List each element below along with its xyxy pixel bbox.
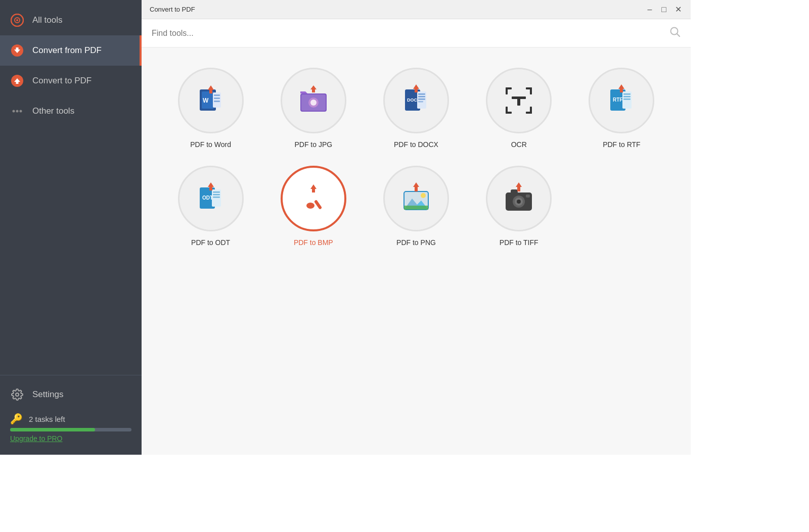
- svg-point-72: [517, 200, 521, 204]
- tool-pdf-to-bmp[interactable]: PDF to BMP: [264, 161, 362, 254]
- sidebar-item-other-tools-label: Other tools: [32, 106, 74, 116]
- svg-text:ODT: ODT: [202, 195, 213, 201]
- tasks-info: 🔑 2 tasks left Upgrade to PRO: [10, 413, 131, 443]
- settings-item[interactable]: Settings: [10, 383, 131, 406]
- titlebar-controls: – □ ✕: [645, 5, 683, 14]
- main-content: Convert to PDF – □ ✕ W: [142, 0, 691, 455]
- svg-marker-68: [413, 182, 419, 191]
- tool-pdf-to-odt-circle: ODT: [178, 166, 244, 231]
- tool-pdf-to-word-circle: W: [178, 68, 244, 133]
- svg-rect-66: [404, 206, 428, 210]
- close-button[interactable]: ✕: [673, 5, 683, 14]
- upgrade-link[interactable]: Upgrade to PRO: [10, 434, 63, 443]
- search-input[interactable]: [152, 29, 664, 38]
- svg-point-9: [20, 110, 22, 113]
- svg-point-67: [421, 193, 426, 198]
- svg-rect-18: [214, 98, 220, 99]
- svg-point-2: [16, 19, 18, 21]
- minimize-button[interactable]: –: [645, 5, 654, 14]
- tool-pdf-to-odt-label: PDF to ODT: [191, 238, 230, 247]
- progress-bar-fill: [10, 428, 95, 431]
- sidebar-item-convert-to-pdf[interactable]: Convert to PDF: [0, 66, 142, 96]
- search-icon: [669, 26, 681, 40]
- sidebar-nav: All tools Convert from PDF Convert to PD…: [0, 0, 142, 375]
- tool-pdf-to-bmp-label: PDF to BMP: [294, 238, 333, 247]
- svg-text:W: W: [203, 97, 209, 104]
- svg-rect-31: [418, 96, 425, 98]
- svg-rect-74: [526, 195, 530, 198]
- tool-pdf-to-jpg-circle: [281, 68, 346, 133]
- sidebar: All tools Convert from PDF Convert to PD…: [0, 0, 142, 455]
- svg-rect-30: [418, 93, 425, 95]
- svg-line-12: [677, 34, 680, 36]
- svg-marker-61: [310, 184, 317, 192]
- tool-ocr[interactable]: OCR: [470, 63, 568, 156]
- tool-pdf-to-jpg-label: PDF to JPG: [294, 140, 332, 149]
- tool-pdf-to-odt[interactable]: ODT PDF to ODT: [162, 161, 259, 254]
- settings-icon: [10, 388, 24, 402]
- svg-rect-57: [213, 197, 220, 198]
- convert-to-pdf-icon: [10, 74, 24, 88]
- svg-rect-44: [517, 96, 520, 106]
- other-tools-icon: [10, 104, 24, 118]
- tool-pdf-to-bmp-circle: [281, 166, 346, 231]
- svg-rect-50: [623, 99, 631, 100]
- svg-rect-19: [214, 101, 220, 102]
- svg-text:RTF: RTF: [613, 97, 622, 103]
- settings-label: Settings: [32, 390, 63, 400]
- tool-ocr-circle: [486, 68, 552, 133]
- tools-grid: W PDF to Word: [142, 47, 691, 455]
- tool-pdf-to-rtf-label: PDF to RTF: [603, 140, 640, 149]
- svg-rect-55: [213, 191, 220, 193]
- window-title: Convert to PDF: [150, 6, 195, 13]
- tool-pdf-to-jpg[interactable]: PDF to JPG: [264, 63, 362, 156]
- all-tools-icon: [10, 13, 24, 27]
- svg-rect-38: [530, 87, 532, 94]
- sidebar-item-convert-from-pdf[interactable]: Convert from PDF: [0, 35, 142, 66]
- convert-from-pdf-icon: [10, 43, 24, 58]
- tool-pdf-to-png-label: PDF to PNG: [396, 238, 436, 247]
- svg-rect-42: [530, 107, 532, 114]
- svg-rect-73: [511, 189, 518, 194]
- svg-point-60: [306, 203, 314, 209]
- progress-bar: [10, 428, 131, 431]
- svg-point-7: [13, 110, 15, 113]
- svg-rect-56: [213, 194, 220, 196]
- tool-pdf-to-docx-circle: DOCX: [383, 68, 449, 133]
- tool-pdf-to-tiff-circle: [486, 166, 552, 231]
- tool-pdf-to-word-label: PDF to Word: [190, 140, 231, 149]
- tool-pdf-to-word[interactable]: W PDF to Word: [162, 63, 259, 156]
- svg-rect-17: [214, 94, 220, 96]
- sidebar-bottom: Settings 🔑 2 tasks left Upgrade to PRO: [0, 375, 142, 455]
- tool-ocr-label: OCR: [511, 140, 527, 149]
- svg-marker-26: [310, 85, 317, 92]
- svg-point-10: [16, 393, 19, 396]
- tool-pdf-to-docx[interactable]: DOCX PDF to DOCX: [367, 63, 465, 156]
- tool-pdf-to-rtf-circle: RTF: [589, 68, 654, 133]
- tool-pdf-to-docx-label: PDF to DOCX: [394, 140, 438, 149]
- svg-point-24: [310, 100, 317, 106]
- sidebar-item-convert-from-pdf-label: Convert from PDF: [32, 45, 102, 56]
- sidebar-item-convert-to-pdf-label: Convert to PDF: [32, 76, 92, 86]
- key-icon: 🔑: [10, 413, 23, 425]
- sidebar-item-other-tools[interactable]: Other tools: [0, 96, 142, 126]
- svg-rect-40: [506, 107, 508, 114]
- sidebar-item-all-tools-label: All tools: [32, 15, 63, 25]
- svg-rect-49: [623, 96, 631, 98]
- sidebar-item-all-tools[interactable]: All tools: [0, 5, 142, 35]
- titlebar: Convert to PDF – □ ✕: [142, 0, 691, 19]
- svg-rect-32: [418, 99, 425, 100]
- tool-pdf-to-png-circle: [383, 166, 449, 231]
- search-bar: [142, 19, 691, 47]
- svg-point-8: [16, 110, 19, 113]
- tool-pdf-to-tiff[interactable]: PDF to TIFF: [470, 161, 568, 254]
- svg-marker-25: [300, 91, 307, 93]
- tool-pdf-to-rtf[interactable]: RTF PDF to RTF: [573, 63, 670, 156]
- svg-rect-33: [418, 101, 423, 103]
- svg-rect-59: [314, 200, 322, 210]
- tool-pdf-to-tiff-label: PDF to TIFF: [500, 238, 538, 247]
- svg-rect-48: [623, 93, 631, 95]
- svg-rect-36: [506, 87, 508, 94]
- tool-pdf-to-png[interactable]: PDF to PNG: [367, 161, 465, 254]
- maximize-button[interactable]: □: [659, 5, 668, 14]
